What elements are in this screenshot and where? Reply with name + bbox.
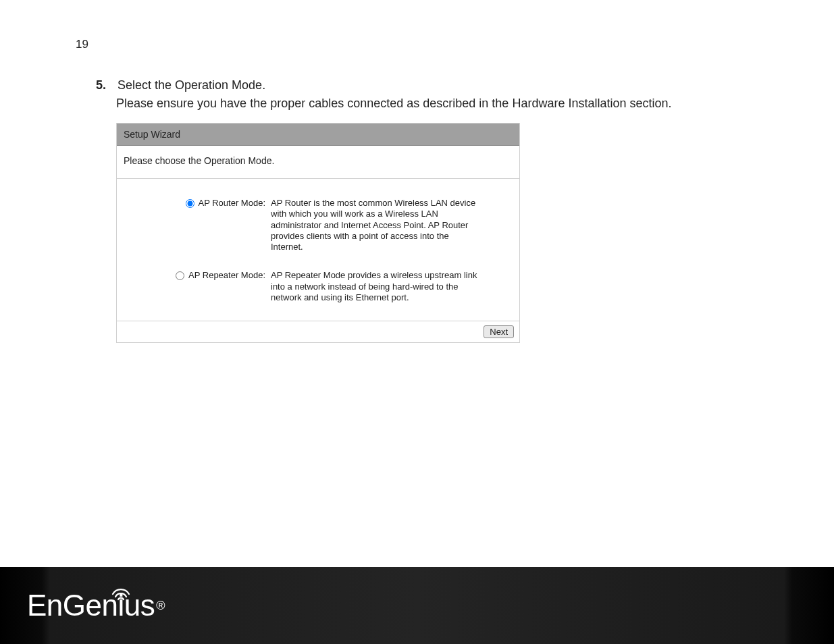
wizard-title: Setup Wizard xyxy=(117,124,519,146)
wizard-footer: Next xyxy=(117,321,519,342)
content-area: 5. Select the Operation Mode. Please ens… xyxy=(96,78,744,343)
mode-label-ap-router: AP Router Mode: xyxy=(199,198,265,208)
mode-option-ap-repeater: AP Repeater Mode: AP Repeater Mode provi… xyxy=(124,270,513,303)
wizard-prompt: Please choose the Operation Mode. xyxy=(117,146,519,179)
radio-ap-router[interactable] xyxy=(186,199,194,208)
page-footer: EnGeni us ® xyxy=(0,567,834,644)
registered-mark: ® xyxy=(156,599,165,613)
mode-option-ap-router: AP Router Mode: AP Router is the most co… xyxy=(124,198,513,252)
setup-wizard-panel: Setup Wizard Please choose the Operation… xyxy=(116,123,520,343)
wizard-body: AP Router Mode: AP Router is the most co… xyxy=(117,179,519,321)
step-heading: 5. Select the Operation Mode. xyxy=(96,78,744,92)
step-description: Please ensure you have the proper cables… xyxy=(116,97,744,111)
wifi-icon xyxy=(111,574,131,608)
mode-label-ap-repeater: AP Repeater Mode: xyxy=(188,270,265,280)
next-button[interactable]: Next xyxy=(484,325,514,338)
page-number: 19 xyxy=(76,38,88,51)
mode-description-ap-router: AP Router is the most common Wireless LA… xyxy=(271,198,480,252)
radio-ap-repeater[interactable] xyxy=(176,271,184,280)
step-title: Select the Operation Mode. xyxy=(118,78,265,92)
brand-logo: EnGeni us ® xyxy=(27,589,165,622)
mode-description-ap-repeater: AP Repeater Mode provides a wireless ups… xyxy=(271,270,480,303)
step-number: 5. xyxy=(96,78,109,92)
